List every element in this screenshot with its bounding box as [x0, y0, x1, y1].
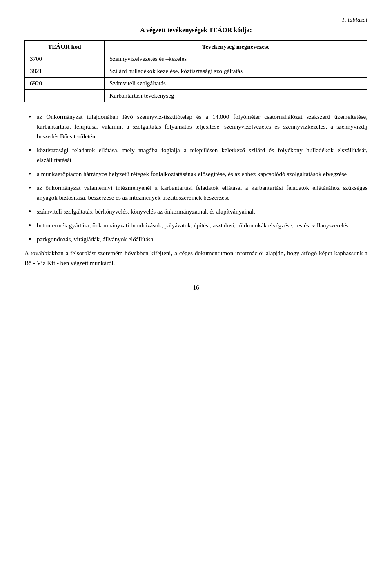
bullet-item-2: a munkaerőpiacon hátrányos helyzetű réte…	[24, 169, 368, 179]
section-title: A végzett tevékenységek TEÁOR kódja:	[24, 27, 368, 34]
table-row: Karbantartási tevékenység	[25, 90, 368, 102]
table-row: 6920Számviteli szolgáltatás	[25, 78, 368, 90]
bullet-item-3: az önkormányzat valamennyi intézményénél…	[24, 183, 368, 203]
teaor-table: TEÁOR kód Tevékenység megnevezése 3700Sz…	[24, 40, 368, 102]
table-row: 3821Szilárd hulladékok kezelése, köztisz…	[25, 65, 368, 78]
bullet-item-intro: az Önkormányzat tulajdonában lévő szenny…	[24, 112, 368, 141]
page-number: 16	[24, 284, 368, 291]
table-cell-code	[25, 90, 105, 102]
table-row: 3700Szennyvízelvezetés és –kezelés	[25, 53, 368, 65]
table-cell-name: Szennyvízelvezetés és –kezelés	[104, 53, 367, 65]
table-label: 1. táblázat	[24, 16, 368, 23]
bullet-item-6: parkgondozás, virágládák, állványok előá…	[24, 234, 368, 244]
bullet-item-4: számviteli szolgáltatás, bérkönyvelés, k…	[24, 207, 368, 216]
bullet-item-5: betontermék gyártása, önkormányzati beru…	[24, 220, 368, 230]
col1-header: TEÁOR kód	[25, 41, 105, 53]
bullet-item-1: köztisztasági feladatok ellátása, mely m…	[24, 145, 368, 165]
bullet-list: az Önkormányzat tulajdonában lévő szenny…	[24, 112, 368, 244]
table-cell-name: Karbantartási tevékenység	[104, 90, 367, 102]
table-cell-code: 3821	[25, 65, 105, 78]
table-cell-name: Szilárd hulladékok kezelése, köztisztasá…	[104, 65, 367, 78]
table-cell-code: 6920	[25, 78, 105, 90]
table-cell-code: 3700	[25, 53, 105, 65]
final-paragraph: A továbbiakban a felsorolást szeretném b…	[24, 248, 368, 268]
col2-header: Tevékenység megnevezése	[104, 41, 367, 53]
table-cell-name: Számviteli szolgáltatás	[104, 78, 367, 90]
page-container: 1. táblázat A végzett tevékenységek TEÁO…	[24, 16, 368, 291]
